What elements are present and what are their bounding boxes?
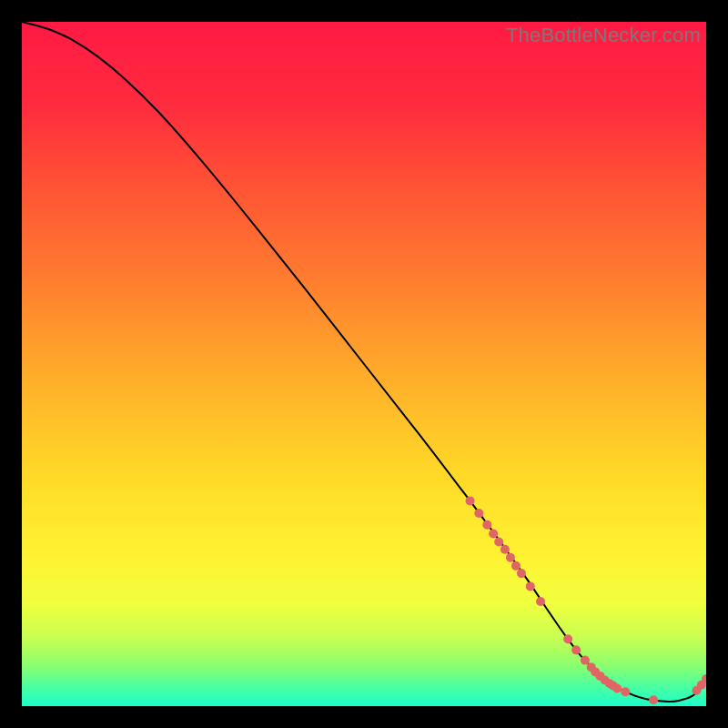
- sample-marker: [612, 683, 622, 693]
- sample-marker: [511, 561, 521, 571]
- sample-marker: [500, 545, 510, 554]
- sample-marker: [526, 581, 535, 591]
- sample-marker: [563, 634, 572, 643]
- sample-marker: [517, 569, 526, 578]
- sample-marker: [536, 597, 545, 606]
- sample-marker: [581, 656, 590, 665]
- bottleneck-chart: [22, 22, 706, 706]
- sample-marker: [466, 496, 475, 505]
- sample-marker: [571, 645, 581, 654]
- watermark-text: TheBottleNecker.com: [506, 24, 701, 47]
- sample-marker: [489, 530, 498, 539]
- sample-marker: [494, 538, 503, 547]
- sample-marker: [482, 521, 491, 530]
- sample-marker: [474, 509, 483, 518]
- chart-frame: TheBottleNecker.com: [22, 22, 706, 706]
- sample-marker: [506, 553, 515, 562]
- sample-marker: [649, 695, 658, 704]
- sample-marker: [621, 687, 630, 696]
